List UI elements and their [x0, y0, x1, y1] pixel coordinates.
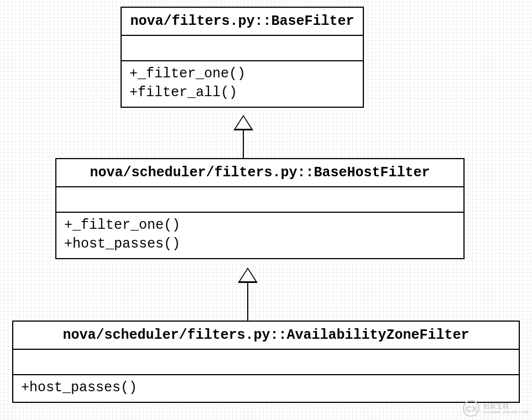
operation: +host_passes(): [64, 235, 456, 254]
operation: +host_passes(): [21, 379, 511, 397]
inheritance-connector: [238, 267, 258, 321]
operation: +filter_all(): [129, 83, 355, 102]
class-attributes: [56, 187, 463, 213]
connector-line: [243, 129, 244, 158]
class-operations: +host_passes(): [13, 375, 519, 402]
operation: +_filter_one(): [64, 216, 456, 235]
class-title: nova/scheduler/filters.py::AvailabilityZ…: [13, 322, 519, 350]
operation: +_filter_one(): [129, 65, 355, 83]
watermark-line2: CHUANG XIN HU LIAN: [483, 410, 529, 414]
class-attributes: [13, 350, 519, 375]
class-title: nova/scheduler/filters.py::BaseHostFilte…: [56, 159, 463, 187]
generalization-arrowhead: [233, 115, 253, 130]
class-operations: +_filter_one() +filter_all(): [122, 61, 363, 107]
class-operations: +_filter_one() +host_passes(): [56, 213, 463, 258]
inheritance-connector: [233, 115, 253, 158]
watermark-line1: 创新互联: [483, 403, 529, 410]
uml-class-basefilter: nova/filters.py::BaseFilter +_filter_one…: [121, 7, 364, 108]
connector-line: [247, 282, 248, 321]
watermark-logo-icon: CX: [463, 400, 479, 417]
uml-class-availabilityzonefilter: nova/scheduler/filters.py::AvailabilityZ…: [12, 321, 520, 403]
uml-class-basehostfilter: nova/scheduler/filters.py::BaseHostFilte…: [55, 158, 465, 259]
class-title: nova/filters.py::BaseFilter: [122, 8, 363, 36]
generalization-arrowhead: [238, 267, 258, 283]
watermark: CX 创新互联 CHUANG XIN HU LIAN: [463, 400, 529, 417]
class-attributes: [122, 36, 363, 61]
watermark-text: 创新互联 CHUANG XIN HU LIAN: [483, 403, 529, 414]
